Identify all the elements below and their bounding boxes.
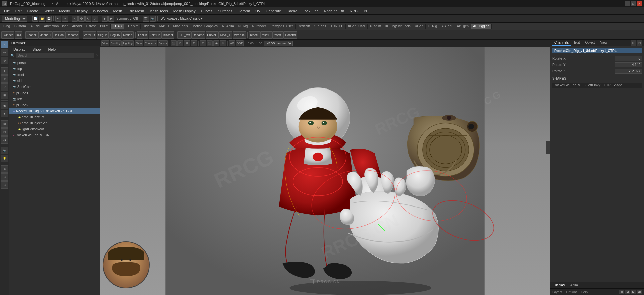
vp-mode-wire[interactable]: ◻ bbox=[200, 40, 206, 46]
snapshot-icon[interactable]: 📷 bbox=[150, 16, 156, 22]
search-input[interactable] bbox=[16, 53, 94, 58]
shelf-btn-zeroout[interactable]: ZeroOut bbox=[83, 31, 96, 39]
modeling-dropdown[interactable]: Modeling bbox=[2, 16, 27, 22]
shelf-tab-xgen[interactable]: XGen bbox=[413, 24, 426, 29]
symmetry-icon[interactable]: ⇌ bbox=[108, 16, 114, 22]
tree-item-front[interactable]: 📷 front bbox=[9, 72, 100, 78]
vp-layout-2[interactable]: ◻ bbox=[177, 40, 183, 46]
shelf-btn-segoff[interactable]: SegOff bbox=[97, 31, 109, 39]
panel-icon-2[interactable]: ◻ bbox=[637, 40, 642, 46]
prev-keyframe-button[interactable]: ⏮ bbox=[619, 290, 624, 294]
shelf-btn-constra[interactable]: Constra bbox=[284, 31, 298, 39]
shelf-btn-skinner[interactable]: Skinner bbox=[1, 31, 14, 39]
rotate-x-value[interactable]: 0 bbox=[615, 56, 642, 61]
vp-show-button[interactable]: Show bbox=[135, 40, 143, 46]
menu-item-windows[interactable]: Windows bbox=[90, 8, 111, 14]
save-icon[interactable]: 💾 bbox=[46, 16, 52, 22]
shelf-btn-resetr[interactable]: resetR bbox=[260, 31, 272, 39]
shelf-tab-turtle[interactable]: TURTLE bbox=[328, 24, 346, 29]
new-file-icon[interactable]: 📄 bbox=[32, 16, 38, 22]
select-tool-icon[interactable]: ↖ bbox=[72, 16, 78, 22]
panel-icon-1[interactable]: ⊞ bbox=[631, 40, 636, 46]
shelf-tab-lu[interactable]: lu bbox=[383, 24, 390, 29]
play-icon[interactable]: ▶ bbox=[102, 16, 108, 22]
menu-item-mesh-display[interactable]: Mesh Display bbox=[171, 8, 198, 14]
shelf-tab-ab-gen[interactable]: AB_gen bbox=[454, 24, 471, 29]
vp-layout-1[interactable]: ⬛ bbox=[171, 40, 177, 46]
rotate-button[interactable]: ↻ bbox=[1, 75, 8, 83]
smooth-button[interactable]: ◑ bbox=[1, 136, 8, 144]
shelf-tab-a-rig[interactable]: A_Rig bbox=[28, 24, 42, 29]
rotate-y-value[interactable]: 4.149 bbox=[615, 62, 642, 67]
shelf-btn-jnoned[interactable]: JnoneD bbox=[39, 31, 52, 39]
shelf-tab-n-anim[interactable]: N_Anim bbox=[220, 24, 236, 29]
object-tab[interactable]: Object bbox=[583, 40, 597, 46]
shelf-tab-custom[interactable]: Custom bbox=[12, 24, 28, 29]
right-panel-collapse[interactable]: › bbox=[546, 141, 550, 154]
menu-item-surfaces[interactable]: Surfaces bbox=[215, 8, 235, 14]
vp-shading-button[interactable]: Shading bbox=[110, 40, 121, 46]
tool1-button[interactable]: ⊕ bbox=[1, 165, 8, 173]
outliner-display-menu[interactable]: Display bbox=[11, 47, 28, 52]
shelf-tab-motion-graphics[interactable]: Motion_Graphics bbox=[190, 24, 220, 29]
scale-button[interactable]: ⤢ bbox=[1, 83, 8, 91]
options-label[interactable]: Options bbox=[564, 290, 579, 294]
tree-item-defaultobjectset[interactable]: ⬡ defaultObjectSet bbox=[9, 120, 100, 126]
menu-item-uv[interactable]: UV bbox=[253, 8, 263, 14]
vp-mode-light[interactable]: ☀ bbox=[220, 40, 226, 46]
shelf-btn-resets[interactable]: resetS bbox=[272, 31, 284, 39]
grid-toggle-button[interactable]: ⊞ bbox=[1, 120, 8, 128]
shelf-tab-mash[interactable]: MASH bbox=[157, 24, 171, 29]
scale-tool-icon[interactable]: ⤢ bbox=[92, 16, 98, 22]
shelf-btn-ktl-ref[interactable]: KTL_ref bbox=[177, 31, 191, 39]
render-icon[interactable]: 🎬 bbox=[143, 16, 149, 22]
wire-toggle-button[interactable]: ◻ bbox=[1, 128, 8, 136]
tree-item-lighteditorroot[interactable]: ◉ lightEditorRoot bbox=[9, 126, 100, 132]
tree-item-top[interactable]: 📷 top bbox=[9, 66, 100, 72]
vp-layout-3[interactable]: ▦ bbox=[184, 40, 190, 46]
shelf-tab-ab-ani[interactable]: AB_ani bbox=[439, 24, 454, 29]
tool3-button[interactable]: ⊘ bbox=[1, 181, 8, 189]
shelf-tab-bifrost[interactable]: Bifrost bbox=[84, 24, 98, 29]
vp-mode-texture[interactable]: ◉ bbox=[213, 40, 219, 46]
menu-item-display[interactable]: Display bbox=[73, 8, 90, 14]
tree-item-pcube2[interactable]: ⬡ pCube2 bbox=[9, 102, 100, 108]
select-mode-button[interactable]: ↖ bbox=[1, 41, 8, 48]
shelf-btn-rename[interactable]: Rename bbox=[191, 31, 205, 39]
shelf-btn-jointob[interactable]: JointOb bbox=[149, 31, 162, 39]
tree-item-rocketgirl-rig-v1-rn[interactable]: ⋄ RocketGirl_Rig_v1.RN bbox=[9, 132, 100, 138]
redo-icon[interactable]: ↪ bbox=[62, 16, 68, 22]
light-button[interactable]: 💡 bbox=[1, 155, 8, 162]
menu-item-deform[interactable]: Deform bbox=[235, 8, 253, 14]
undo-icon[interactable]: ↩ bbox=[55, 16, 61, 22]
vp-ssao[interactable]: AO bbox=[229, 40, 235, 46]
menu-item-mesh-tools[interactable]: Mesh Tools bbox=[147, 8, 170, 14]
tree-item-defaultlightset[interactable]: ◉ defaultLightSet bbox=[9, 114, 100, 120]
paint-tool-button[interactable]: ✏ bbox=[1, 49, 8, 56]
shelf-tab-ngskintools[interactable]: ngSkinTools bbox=[390, 24, 413, 29]
shelf-btn-motion[interactable]: Motion bbox=[122, 31, 134, 39]
next-frame-button[interactable]: ▶ bbox=[631, 290, 636, 294]
menu-item-rndr-ing--bn[interactable]: Rndr.ing: Bn bbox=[321, 8, 347, 14]
help-label[interactable]: Help bbox=[581, 290, 588, 294]
transform-button[interactable]: ⊞ bbox=[1, 92, 8, 99]
vp-mode-solid[interactable]: ⬛ bbox=[207, 40, 213, 46]
menu-item-generate[interactable]: Generate bbox=[263, 8, 284, 14]
vp-lighting-button[interactable]: Lighting bbox=[122, 40, 134, 46]
menu-item-file[interactable]: File bbox=[1, 8, 13, 14]
tree-item-persp[interactable]: 📷 persp bbox=[9, 60, 100, 66]
shelf-tab-animation-user[interactable]: Animation_User bbox=[42, 24, 70, 29]
shelf-tab-bullet[interactable]: Bullet bbox=[98, 24, 111, 29]
soft-select-button[interactable]: ◉ bbox=[1, 102, 8, 109]
menu-item-rrcg-cn[interactable]: RRCG.CN bbox=[347, 8, 369, 14]
menu-item-lock-flag[interactable]: Lock Flag bbox=[300, 8, 321, 14]
shelf-tab-n-rig[interactable]: N_Rig bbox=[236, 24, 250, 29]
shelf-btn-segon[interactable]: SegON bbox=[109, 31, 122, 39]
shelf-btn-wraptc[interactable]: WrapTc bbox=[233, 31, 246, 39]
vp-layout-4[interactable]: ⊞ bbox=[191, 40, 197, 46]
shelf-tab-xgen-user[interactable]: XGen_User bbox=[346, 24, 368, 29]
shelf-tab-char[interactable]: CHAR bbox=[111, 24, 124, 29]
shelf-tab-hidemia[interactable]: Hidemia bbox=[141, 24, 157, 29]
camera-button[interactable]: 📷 bbox=[1, 147, 8, 154]
tree-item-left[interactable]: 📷 left bbox=[9, 96, 100, 102]
